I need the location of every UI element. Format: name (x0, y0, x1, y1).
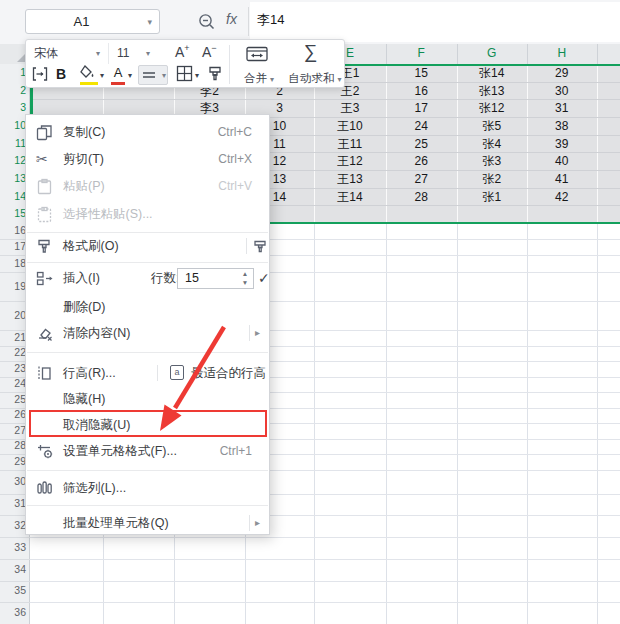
chevron-down-icon[interactable]: ▾ (195, 71, 199, 80)
row-header-1[interactable]: 1 (0, 66, 26, 78)
cell-G13[interactable]: 张2 (457, 171, 527, 187)
row-header-14[interactable]: 14 (0, 190, 26, 202)
menu-item-format-cells[interactable]: 设置单元格格式(F)... Ctrl+1 (27, 438, 268, 464)
row-header-20[interactable]: 20 (0, 309, 26, 321)
cell-F13[interactable]: 27 (386, 171, 456, 187)
cell-H1[interactable]: 29 (527, 65, 597, 81)
format-painter-pin-icon[interactable] (252, 238, 269, 255)
cell-H3[interactable]: 31 (527, 100, 597, 116)
menu-item-copy[interactable]: 复制(C) Ctrl+C (27, 119, 268, 145)
align-select[interactable]: ▾ (138, 65, 168, 85)
row-header-13[interactable]: 13 (0, 172, 26, 184)
cell-E14[interactable]: 王14 (315, 189, 385, 205)
row-header-22[interactable]: 22 (0, 346, 26, 358)
fx-icon[interactable]: fx (226, 11, 237, 27)
autosum-icon[interactable]: ∑ (304, 41, 318, 63)
chevron-down-icon[interactable]: ▾ (128, 71, 132, 80)
cell-E11[interactable]: 王11 (315, 136, 385, 152)
bold-icon[interactable]: B (56, 66, 66, 82)
row-header-31[interactable]: 31 (0, 497, 26, 509)
row-count-spinner[interactable]: 15 ▲▼ (177, 268, 254, 289)
decrease-font-icon[interactable]: A− (202, 43, 217, 60)
column-header-F[interactable]: F (401, 46, 441, 60)
cell-G14[interactable]: 张1 (457, 189, 527, 205)
cell-E10[interactable]: 王10 (315, 118, 385, 134)
row-header-35[interactable]: 35 (0, 584, 26, 596)
row-header-27[interactable]: 27 (0, 424, 26, 436)
menu-item-row-height[interactable]: 行高(R)... a 最适合的行高 (27, 360, 268, 386)
zoom-out-icon[interactable] (197, 12, 217, 36)
menu-item-paste-special[interactable]: 选择性粘贴(S)... (27, 201, 268, 227)
cell-F14[interactable]: 28 (386, 189, 456, 205)
cell-H11[interactable]: 39 (527, 136, 597, 152)
name-box[interactable]: A1 ▾ (25, 9, 160, 34)
increase-font-icon[interactable]: A+ (175, 43, 190, 60)
row-header-24[interactable]: 24 (0, 377, 26, 389)
cell-F12[interactable]: 26 (386, 153, 456, 169)
row-header-26[interactable]: 26 (0, 408, 26, 420)
autosum-button[interactable]: 自动求和 ▾ (278, 71, 352, 86)
row-header-12[interactable]: 12 (0, 154, 26, 166)
cell-E13[interactable]: 王13 (315, 171, 385, 187)
menu-item-batch-process[interactable]: 批量处理单元格(Q) ▸ (27, 510, 268, 536)
cell-E3[interactable]: 王3 (315, 100, 385, 116)
row-header-16[interactable]: 16 (0, 224, 26, 236)
cell-G11[interactable]: 张4 (457, 136, 527, 152)
cell-G3[interactable]: 张12 (457, 100, 527, 116)
row-header-32[interactable]: 32 (0, 519, 26, 531)
cell-F3[interactable]: 17 (386, 100, 456, 116)
spinner-arrows-icon[interactable]: ▲▼ (240, 269, 250, 288)
row-header-2[interactable]: 2 (0, 84, 26, 96)
column-header-G[interactable]: G (472, 46, 512, 60)
font-name-select[interactable]: 宋体 ▾ (30, 43, 104, 64)
row-header-3[interactable]: 3 (0, 101, 26, 113)
row-header-33[interactable]: 33 (0, 541, 26, 553)
format-painter-icon[interactable] (206, 65, 224, 87)
column-header-H[interactable]: H (542, 46, 582, 60)
row-header-17[interactable]: 17 (0, 240, 26, 252)
menu-item-format-painter[interactable]: 格式刷(O) (27, 233, 268, 259)
cell-H12[interactable]: 40 (527, 153, 597, 169)
cell-F2[interactable]: 16 (386, 83, 456, 99)
cell-F1[interactable]: 15 (386, 65, 456, 81)
cell-G10[interactable]: 张5 (457, 118, 527, 134)
formula-input[interactable] (250, 2, 620, 42)
menu-item-hide[interactable]: 隐藏(H) (27, 386, 268, 412)
menu-item-filter-columns[interactable]: 筛选列(L)... (27, 475, 268, 501)
cell-G2[interactable]: 张13 (457, 83, 527, 99)
row-header-30[interactable]: 30 (0, 475, 26, 487)
row-header-21[interactable]: 21 (0, 331, 26, 343)
cell-F10[interactable]: 24 (386, 118, 456, 134)
menu-item-delete[interactable]: 删除(D) (27, 294, 268, 320)
cell-G12[interactable]: 张3 (457, 153, 527, 169)
row-header-29[interactable]: 29 (0, 455, 26, 467)
menu-item-insert[interactable]: 插入(I) 行数: 15 ▲▼ ✓ (27, 265, 268, 291)
row-header-23[interactable]: 23 (0, 362, 26, 374)
row-header-15[interactable]: 15 (0, 207, 26, 219)
chevron-down-icon[interactable]: ▾ (100, 71, 104, 80)
borders-icon[interactable] (176, 65, 193, 86)
row-header-19[interactable]: 19 (0, 280, 26, 292)
menu-item-clear-contents[interactable]: 清除内容(N) ▸ (27, 320, 268, 346)
cell-G1[interactable]: 张14 (457, 65, 527, 81)
chevron-down-icon[interactable]: ▾ (147, 17, 152, 27)
row-header-36[interactable]: 36 (0, 606, 26, 618)
row-header-25[interactable]: 25 (0, 393, 26, 405)
cell-H2[interactable]: 30 (527, 83, 597, 99)
row-header-11[interactable]: 11 (0, 137, 26, 149)
cell-H13[interactable]: 41 (527, 171, 597, 187)
cell-H14[interactable]: 42 (527, 189, 597, 205)
cell-H10[interactable]: 38 (527, 118, 597, 134)
row-header-18[interactable]: 18 (0, 257, 26, 269)
menu-item-cut[interactable]: ✂ 剪切(T) Ctrl+X (27, 146, 268, 172)
row-header-34[interactable]: 34 (0, 563, 26, 575)
fill-color-icon[interactable] (79, 65, 99, 85)
row-header-10[interactable]: 10 (0, 119, 26, 131)
font-size-select[interactable]: 11 ▾ (108, 43, 152, 64)
brackets-arrow-icon[interactable] (31, 65, 49, 87)
menu-item-paste[interactable]: 粘贴(P) Ctrl+V (27, 173, 268, 199)
merge-cells-icon[interactable] (245, 46, 269, 67)
confirm-check-icon[interactable]: ✓ (258, 265, 270, 291)
cell-F11[interactable]: 25 (386, 136, 456, 152)
row-header-28[interactable]: 28 (0, 439, 26, 451)
